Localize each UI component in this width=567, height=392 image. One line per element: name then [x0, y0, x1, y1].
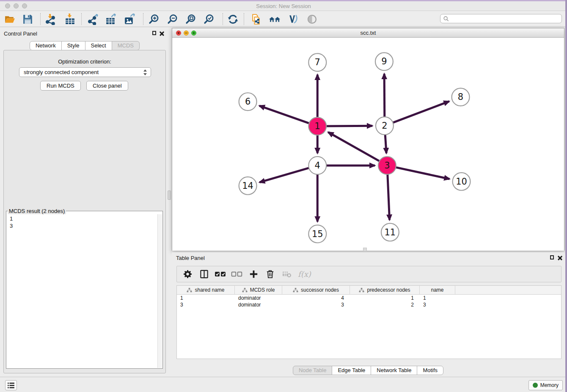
graph-node-1[interactable]: 1 — [308, 117, 326, 135]
control-tab-mcds[interactable]: MCDS — [112, 41, 140, 50]
network-window-title: scc.txt — [172, 30, 564, 36]
svg-text:6: 6 — [245, 97, 250, 107]
control-tab-style[interactable]: Style — [61, 41, 85, 50]
refresh-view-button[interactable] — [225, 12, 240, 26]
svg-text:14: 14 — [242, 181, 253, 191]
run-mcds-button[interactable]: Run MCDS — [40, 81, 81, 91]
svg-text:8: 8 — [458, 92, 463, 102]
criterion-dropdown[interactable]: strongly connected component — [19, 67, 151, 77]
column-header-successor-nodes[interactable]: successor nodes — [282, 286, 350, 294]
table-tab-edge-table[interactable]: Edge Table — [332, 366, 371, 375]
toolbar-divider — [223, 13, 223, 25]
export-image-button[interactable] — [122, 12, 137, 26]
task-history-button[interactable] — [5, 380, 17, 390]
close-panel-icon[interactable] — [160, 31, 164, 36]
zoom-out-button[interactable] — [165, 12, 180, 26]
table-cell[interactable]: 4 — [282, 295, 350, 301]
show-all-networks-button[interactable] — [267, 12, 282, 26]
main-titlebar: Session: New Session — [0, 1, 567, 11]
deselect-all-checkboxes-button[interactable] — [231, 268, 243, 281]
memory-button[interactable]: Memory — [528, 380, 563, 390]
svg-text:10: 10 — [456, 177, 467, 187]
table-cell[interactable]: 3 — [282, 301, 350, 308]
table-tab-motifs[interactable]: Motifs — [417, 366, 443, 375]
graph-node-3[interactable]: 3 — [378, 157, 396, 174]
save-session-button[interactable] — [20, 12, 35, 26]
zoom-in-button[interactable] — [146, 12, 161, 26]
graph-node-4[interactable]: 4 — [308, 157, 326, 174]
edge-3-1[interactable] — [328, 132, 387, 166]
table-cell[interactable]: 1 — [350, 295, 420, 301]
result-scrollbar[interactable] — [157, 214, 162, 368]
network-graph[interactable]: 7968124314101511 — [172, 38, 564, 251]
vertical-splitter-grip[interactable] — [168, 190, 171, 200]
open-session-button[interactable] — [2, 12, 17, 26]
export-network-button[interactable] — [85, 12, 100, 26]
delete-column-button[interactable] — [264, 268, 276, 281]
control-panel-title: Control Panel — [4, 30, 37, 37]
close-panel-button[interactable]: Close panel — [86, 81, 128, 91]
criterion-value: strongly connected component — [24, 69, 99, 75]
table-header-row: shared nameMCDS rolesuccessor nodesprede… — [177, 286, 561, 295]
table-cell[interactable]: 3 — [420, 301, 455, 308]
table-tabs: Node TableEdge TableNetwork TableMotifs — [172, 366, 564, 375]
search-input[interactable] — [451, 15, 561, 22]
graph-node-10[interactable]: 10 — [453, 173, 471, 190]
svg-text:11: 11 — [385, 227, 396, 237]
float-panel-icon[interactable] — [152, 31, 156, 35]
export-table-button[interactable] — [103, 12, 118, 26]
table-cell[interactable]: 1 — [177, 295, 235, 301]
graph-node-6[interactable]: 6 — [239, 93, 257, 110]
table-cell[interactable]: dominator — [235, 295, 282, 301]
table-row[interactable]: 3dominator323 — [177, 301, 561, 308]
close-table-panel-icon[interactable] — [558, 255, 562, 260]
graph-node-11[interactable]: 11 — [381, 224, 399, 241]
svg-text:9: 9 — [381, 56, 387, 66]
graph-node-9[interactable]: 9 — [375, 52, 393, 70]
table-row[interactable]: 1dominator411 — [177, 295, 561, 301]
status-bar: Memory — [0, 377, 567, 392]
import-table-button[interactable] — [62, 12, 77, 26]
clone-network-button[interactable] — [248, 12, 264, 26]
table-cell[interactable]: dominator — [235, 301, 282, 308]
table-cell[interactable]: 1 — [420, 295, 455, 301]
zoom-selected-button[interactable] — [201, 12, 216, 26]
desktop-edge-right — [565, 0, 567, 392]
vizmapper-button[interactable] — [285, 12, 300, 26]
control-tab-network[interactable]: Network — [30, 41, 62, 50]
table-cell[interactable]: 3 — [177, 301, 235, 308]
graph-node-7[interactable]: 7 — [308, 53, 326, 71]
float-table-panel-icon[interactable] — [550, 255, 554, 259]
mcds-result-text[interactable]: 1 3 — [7, 214, 157, 368]
column-header-predecessor-nodes[interactable]: predecessor nodes — [350, 286, 420, 294]
zoom-fit-button[interactable] — [183, 12, 198, 26]
table-settings-gear-button[interactable] — [181, 268, 194, 281]
control-tab-select[interactable]: Select — [85, 41, 112, 50]
show-columns-button[interactable] — [198, 268, 210, 281]
table-tab-network-table[interactable]: Network Table — [371, 366, 417, 375]
table-tab-node-table[interactable]: Node Table — [293, 366, 333, 375]
control-panel-header: Control Panel — [0, 27, 169, 39]
add-column-button[interactable] — [247, 268, 260, 281]
table-cell[interactable]: 2 — [350, 301, 420, 308]
horizontal-splitter-grip[interactable] — [363, 248, 367, 251]
select-all-checkboxes-button[interactable] — [214, 268, 227, 281]
column-header-shared-name[interactable]: shared name — [177, 286, 235, 294]
memory-status-icon — [533, 383, 538, 388]
network-view-window: scc.txt 7968124314101511 — [172, 28, 564, 251]
network-window-titlebar[interactable]: scc.txt — [172, 28, 564, 38]
graph-node-14[interactable]: 14 — [239, 177, 257, 195]
edge-3-10[interactable] — [387, 166, 449, 179]
column-header-MCDS-role[interactable]: MCDS role — [235, 286, 282, 294]
dropdown-stepper-icon — [143, 69, 147, 75]
graph-node-15[interactable]: 15 — [308, 225, 326, 243]
column-header-name[interactable]: name — [420, 286, 455, 294]
hide-eye-button[interactable] — [304, 12, 319, 26]
edge-2-8[interactable] — [385, 101, 449, 126]
mcds-result-box: MCDS result (2 nodes) 1 3 — [6, 208, 163, 369]
import-network-button[interactable] — [43, 12, 58, 26]
svg-text:4: 4 — [315, 160, 320, 171]
graph-node-2[interactable]: 2 — [376, 117, 394, 135]
network-canvas[interactable]: 7968124314101511 — [172, 38, 564, 251]
graph-node-8[interactable]: 8 — [452, 88, 470, 106]
